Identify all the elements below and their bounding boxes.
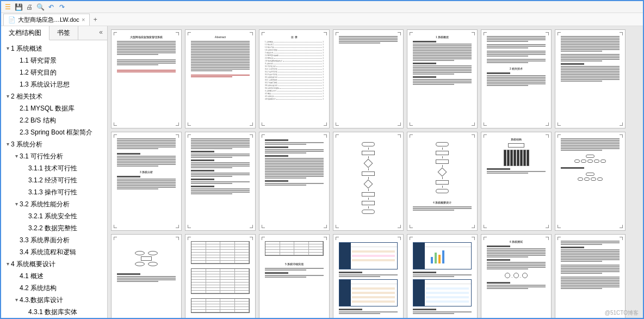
outline-item[interactable]: 4.2 系统结构: [1, 282, 107, 294]
page-thumbnail-21[interactable]: [555, 234, 626, 319]
outline-label: 3.2 系统性能分析: [20, 199, 70, 209]
expand-icon[interactable]: ▾: [13, 151, 20, 161]
outline-item[interactable]: 1.3 系统设计思想: [1, 78, 107, 90]
save-icon[interactable]: 💾: [14, 3, 23, 11]
ui-screenshot: [413, 242, 472, 269]
db-table: [265, 241, 324, 256]
outline-item[interactable]: ▾2 相关技术: [1, 90, 107, 102]
menu-icon[interactable]: ☰: [3, 3, 12, 11]
preview-icon[interactable]: 🔍: [36, 3, 45, 11]
sidebar: 文档结构图 书签 « ▾1 系统概述1.1 研究背景1.2 研究目的1.3 系统…: [1, 26, 108, 319]
ui-screenshot: [413, 279, 472, 306]
redo-icon[interactable]: ↷: [58, 3, 66, 11]
outline-label: 1.1 研究背景: [20, 56, 57, 65]
outline-label: 3.3 系统界面分析: [20, 235, 70, 245]
top-toolbar: ☰ 💾 🖨 🔍 ↶ ↷: [1, 1, 643, 13]
page-thumbnail-9[interactable]: [185, 132, 256, 231]
undo-icon[interactable]: ↶: [47, 3, 55, 11]
expand-icon[interactable]: ▾: [4, 139, 11, 149]
page-thumbnail-5[interactable]: 1 系统概述: [407, 29, 478, 128]
tab-structure[interactable]: 文档结构图: [1, 26, 49, 40]
sidebar-tabs: 文档结构图 书签 «: [1, 26, 107, 40]
page-thumbnail-20[interactable]: 6 系统测试 → →: [481, 234, 552, 319]
document-tab[interactable]: 📄 大型商场应急…LW.doc ×: [3, 14, 90, 26]
outline-label: 3.1.2 经济可行性: [28, 175, 77, 185]
sidebar-collapse-icon[interactable]: «: [95, 26, 107, 40]
outline-label: 2.2 B/S 结构: [20, 115, 56, 125]
outline-item[interactable]: ▾4 系统概要设计: [1, 258, 107, 270]
outline-item[interactable]: 2.3 Spring Boot 框架简介: [1, 126, 107, 138]
page-thumbnail-11[interactable]: [333, 132, 404, 231]
page-thumbnail-19[interactable]: [407, 234, 478, 319]
outline-label: 3.4 系统流程和逻辑: [20, 247, 76, 257]
outline-item[interactable]: 1.1 研究背景: [1, 54, 107, 66]
page-subheading: [339, 309, 362, 310]
page-subheading: [413, 272, 436, 273]
page-thumbnail-16[interactable]: [185, 234, 256, 319]
outline-label: 3.1.3 操作可行性: [28, 187, 77, 197]
outline-item[interactable]: 3.4 系统流程和逻辑: [1, 246, 107, 258]
page-thumbnail-1[interactable]: 大型商场应急预案管理系统: [111, 29, 182, 128]
expand-icon[interactable]: ▾: [4, 44, 11, 53]
page-thumbnail-6[interactable]: 2 相关技术: [481, 29, 552, 128]
watermark: @51CTO博客: [605, 309, 639, 317]
outline-item[interactable]: ▾3.1 可行性分析: [1, 150, 107, 162]
outline-item[interactable]: 2.2 B/S 结构: [1, 114, 107, 126]
page-heading: 系统结构: [487, 138, 546, 141]
page-thumbnail-7[interactable]: [555, 29, 626, 128]
page-subheading: [339, 272, 362, 273]
expand-icon[interactable]: ▾: [4, 91, 11, 101]
tree-diagram: [487, 143, 546, 166]
outline-label: 3.1 可行性分析: [20, 151, 63, 161]
page-grid: 大型商场应急预案管理系统 Abstract 目 录 1 系统概述11.1 研究背…: [111, 29, 640, 319]
outline-label: 3.2.2 数据完整性: [28, 223, 77, 233]
page-title: Abstract: [191, 35, 250, 39]
flowchart-diagram: → →: [487, 273, 546, 279]
page-heading: 3 系统分析: [117, 170, 176, 174]
expand-icon[interactable]: ▾: [4, 259, 11, 269]
outline-item[interactable]: 3.2.2 数据完整性: [1, 222, 107, 234]
page-thumbnail-12[interactable]: 4 系统概要设计: [407, 132, 478, 231]
outline-label: 1 系统概述: [11, 44, 42, 53]
outline-item[interactable]: ▾3.2 系统性能分析: [1, 198, 107, 210]
outline-item[interactable]: 3.3 系统界面分析: [1, 234, 107, 246]
page-thumbnail-8[interactable]: 3 系统分析: [111, 132, 182, 231]
page-subheading: [265, 272, 288, 274]
close-tab-icon[interactable]: ×: [82, 16, 85, 23]
outline-item[interactable]: 3.1.1 技术可行性: [1, 162, 107, 174]
page-thumbnail-14[interactable]: [555, 132, 626, 231]
outline-item[interactable]: ▾4.3.数据库设计: [1, 294, 107, 306]
outline-item[interactable]: 3.1.3 操作可行性: [1, 186, 107, 198]
page-thumbnail-3[interactable]: 目 录 1 系统概述11.1 研究背景11.2 研究目的11.3 系统设计思想1…: [259, 29, 330, 128]
er-diagram: [561, 172, 620, 182]
page-thumbnail-2[interactable]: Abstract: [185, 29, 256, 128]
outline-item[interactable]: 1.2 研究目的: [1, 66, 107, 78]
outline-item[interactable]: 2.1 MYSQL 数据库: [1, 102, 107, 114]
tab-bookmarks[interactable]: 书签: [49, 26, 78, 40]
outline-item[interactable]: 3.2.1 系统安全性: [1, 210, 107, 222]
page-thumbnail-10[interactable]: [259, 132, 330, 231]
outline-item[interactable]: ▾1 系统概述: [1, 42, 107, 54]
outline-item[interactable]: 3.1.2 经济可行性: [1, 174, 107, 186]
outline-tree[interactable]: ▾1 系统概述1.1 研究背景1.2 研究目的1.3 系统设计思想▾2 相关技术…: [1, 40, 107, 319]
outline-item[interactable]: 4.3.1 数据库实体: [1, 306, 107, 318]
page-thumbnail-18[interactable]: [333, 234, 404, 319]
page-thumbnail-4[interactable]: [333, 29, 404, 128]
db-table: [191, 268, 250, 294]
page-thumbnail-15[interactable]: [111, 234, 182, 319]
add-tab-button[interactable]: +: [90, 16, 101, 23]
outline-label: 3 系统分析: [11, 139, 42, 149]
expand-icon[interactable]: ▾: [13, 199, 20, 209]
outline-item[interactable]: 4.1 概述: [1, 270, 107, 282]
page-heading: [117, 153, 140, 155]
outline-item[interactable]: ▾3 系统分析: [1, 138, 107, 150]
outline-label: 4.1 概述: [20, 271, 44, 281]
page-thumbnail-13[interactable]: 系统结构: [481, 132, 552, 231]
page-viewer[interactable]: 大型商场应急预案管理系统 Abstract 目 录 1 系统概述11.1 研究背…: [108, 26, 643, 319]
outline-label: 4.3.1 数据库实体: [28, 307, 77, 317]
page-subheading: [487, 72, 510, 74]
print-icon[interactable]: 🖨: [25, 3, 34, 11]
expand-icon[interactable]: ▾: [13, 295, 20, 305]
outline-label: 4 系统概要设计: [11, 259, 55, 269]
page-thumbnail-17[interactable]: 5 系统详细实现: [259, 234, 330, 319]
